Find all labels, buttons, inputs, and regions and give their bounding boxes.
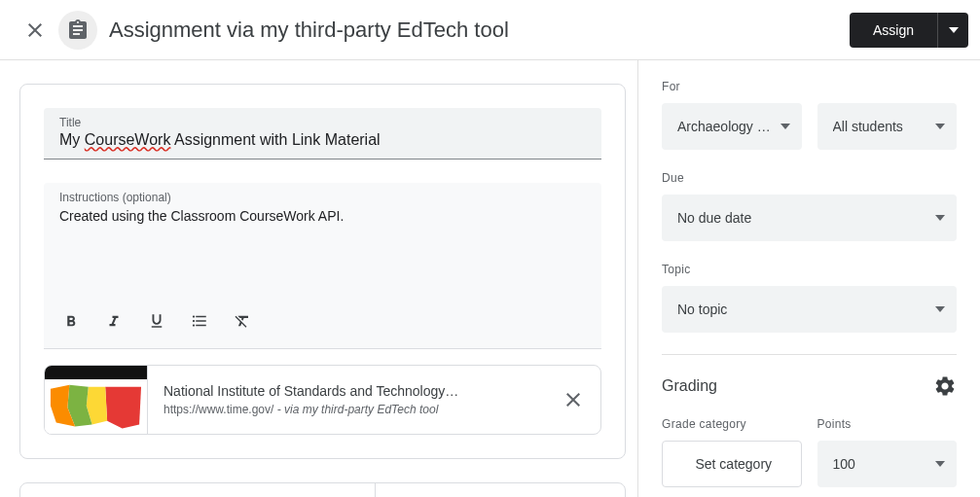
assign-button[interactable]: Assign: [850, 13, 937, 48]
instructions-input[interactable]: Created using the Classroom CourseWork A…: [59, 208, 586, 298]
secondary-card: [19, 482, 626, 497]
gear-icon: [933, 374, 957, 398]
topic-value: No topic: [677, 302, 727, 317]
sidebar: For Archaeology … All students Due No du…: [637, 60, 980, 497]
grade-category-label: Grade category: [662, 417, 802, 431]
underline-button[interactable]: [139, 303, 174, 338]
title-input[interactable]: My CourseWork Assignment with Link Mater…: [59, 131, 586, 149]
caret-down-icon: [935, 215, 945, 221]
for-label: For: [662, 80, 957, 93]
instructions-field: Instructions (optional) Created using th…: [44, 183, 601, 349]
attachment-url: https://www.time.gov/: [163, 403, 273, 416]
grading-title: Grading: [662, 377, 717, 395]
due-date-selector[interactable]: No due date: [662, 195, 957, 241]
class-selector-value: Archaeology …: [677, 119, 771, 134]
remove-attachment-button[interactable]: [546, 373, 600, 427]
italic-button[interactable]: [96, 303, 131, 338]
assignment-icon: [58, 11, 97, 50]
title-text-post: Assignment with Link Material: [170, 131, 380, 148]
format-toolbar: [44, 298, 601, 348]
close-icon: [562, 388, 585, 411]
attachment-title: National Institute of Standards and Tech…: [163, 383, 530, 399]
instructions-label: Instructions (optional): [59, 191, 586, 204]
grading-settings-button[interactable]: [933, 374, 957, 398]
link-attachment[interactable]: National Institute of Standards and Tech…: [44, 365, 601, 435]
body: Title My CourseWork Assignment with Link…: [0, 60, 980, 497]
caret-down-icon: [935, 461, 945, 467]
clear-formatting-button[interactable]: [225, 303, 260, 338]
page-title: Assignment via my third-party EdTech too…: [109, 18, 850, 43]
topic-label: Topic: [662, 263, 957, 276]
caret-down-icon: [780, 124, 790, 129]
grading-header: Grading: [662, 374, 957, 398]
class-selector[interactable]: Archaeology …: [662, 103, 802, 150]
due-date-value: No due date: [677, 210, 751, 226]
bullet-list-button[interactable]: [182, 303, 217, 338]
attachment-thumbnail: [45, 366, 148, 434]
attachment-via: - via my third-party EdTech tool: [273, 403, 438, 416]
divider: [662, 354, 957, 355]
title-text-pre: My: [59, 131, 85, 148]
points-label: Points: [817, 417, 958, 431]
caret-down-icon: [949, 27, 959, 33]
title-text-spell: CourseWork: [85, 131, 171, 148]
caret-down-icon: [935, 306, 945, 312]
topic-selector[interactable]: No topic: [662, 286, 957, 333]
points-value: 100: [833, 456, 855, 472]
points-selector[interactable]: 100: [817, 441, 958, 487]
caret-down-icon: [935, 124, 945, 129]
students-selector-value: All students: [833, 119, 903, 134]
due-label: Due: [662, 171, 957, 185]
assign-dropdown-button[interactable]: [937, 13, 968, 48]
close-icon[interactable]: [12, 7, 58, 53]
bold-button[interactable]: [54, 303, 89, 338]
assign-button-group: Assign: [850, 13, 968, 48]
card-divider: [375, 483, 376, 497]
attachment-info: National Institute of Standards and Tech…: [148, 375, 546, 424]
grade-category-button[interactable]: Set category: [662, 441, 802, 487]
main-column: Title My CourseWork Assignment with Link…: [0, 60, 637, 497]
header: Assignment via my third-party EdTech too…: [0, 0, 980, 60]
assignment-card: Title My CourseWork Assignment with Link…: [19, 84, 626, 459]
students-selector[interactable]: All students: [817, 103, 958, 150]
title-field[interactable]: Title My CourseWork Assignment with Link…: [44, 108, 601, 160]
grade-category-value: Set category: [695, 456, 772, 472]
attachment-meta: https://www.time.gov/ - via my third-par…: [163, 403, 530, 416]
title-label: Title: [59, 116, 586, 129]
